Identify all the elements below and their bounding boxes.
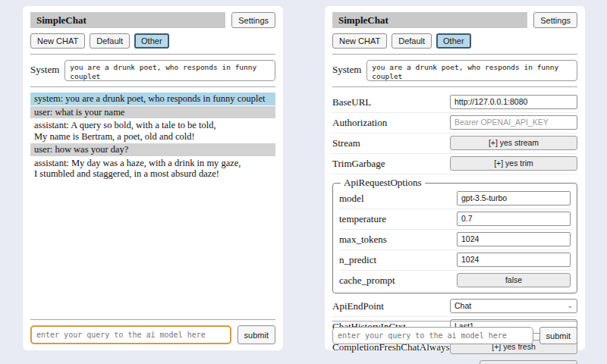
setting-row-max-tokens: max_tokens [339, 230, 571, 250]
chat-message-assistant: assistant: My day was a haze, with a dri… [30, 157, 275, 180]
submit-button[interactable]: submit [539, 327, 577, 344]
query-input[interactable] [332, 327, 533, 344]
api-request-options-fieldset: ApiRequestOptions model temperature max_… [332, 177, 577, 293]
max-tokens-label: max_tokens [339, 234, 387, 246]
settings-panel: SimpleChat Settings New CHAT Default Oth… [325, 6, 585, 350]
app-title: SimpleChat [332, 12, 527, 28]
session-button-default[interactable]: Default [90, 33, 130, 49]
setting-row-api-endpoint: ApiEndPoint Chat ⌄ [332, 297, 577, 317]
completion-insert-standard-role-prefix-label: CompletionInsertStandardRolePrefix [332, 362, 480, 364]
setting-row-completion-insert-standard-role-prefix: CompletionInsertStandardRolePrefix [-] d… [332, 358, 577, 364]
api-endpoint-select[interactable]: Chat ⌄ [450, 299, 577, 313]
temperature-label: temperature [339, 213, 386, 225]
divider [332, 54, 577, 55]
query-footer: submit [332, 315, 577, 344]
api-endpoint-label: ApiEndPoint [332, 300, 384, 312]
system-label: System [30, 60, 59, 76]
query-input[interactable] [30, 325, 231, 344]
cache-prompt-toggle-button[interactable]: false [457, 273, 571, 287]
chat-panel: SimpleChat Settings New CHAT Default Oth… [23, 6, 283, 350]
stream-label: Stream [332, 137, 360, 149]
setting-row-baseurl: BaseURL [332, 93, 577, 113]
system-label: System [332, 60, 361, 76]
baseurl-input[interactable] [450, 95, 577, 109]
setting-row-cache-prompt: cache_prompt false [339, 271, 571, 290]
chat-message-system: system: you are a drunk poet, who respon… [30, 93, 275, 105]
title-bar: SimpleChat Settings [30, 12, 275, 28]
completion-insert-role-prefix-toggle-button[interactable]: [-] dont insert [480, 360, 577, 364]
n-predict-input[interactable] [457, 253, 571, 267]
system-prompt-row: System you are a drunk poet, who respond… [30, 60, 275, 81]
session-toolbar: New CHAT Default Other [332, 33, 577, 49]
authorization-input[interactable] [450, 115, 577, 130]
session-button-other[interactable]: Other [436, 33, 471, 49]
n-predict-label: n_predict [339, 254, 376, 266]
settings-button[interactable]: Settings [231, 12, 275, 28]
new-chat-button[interactable]: New CHAT [30, 33, 85, 49]
setting-row-stream: Stream [+] yes stream [332, 133, 577, 154]
system-prompt-textarea[interactable]: you are a drunk poet, who responds in fu… [366, 60, 577, 81]
title-bar: SimpleChat Settings [332, 12, 577, 28]
stream-toggle-button[interactable]: [+] yes stream [450, 136, 577, 150]
cache-prompt-label: cache_prompt [339, 275, 395, 287]
divider [30, 319, 275, 320]
baseurl-label: BaseURL [332, 96, 371, 108]
divider [332, 321, 577, 322]
trimgarbage-label: TrimGarbage [332, 158, 385, 170]
chat-message-assistant: assistant: A query so bold, with a tale … [30, 119, 275, 143]
chevron-down-icon: ⌄ [567, 303, 573, 309]
setting-row-trimgarbage: TrimGarbage [+] yes trim [332, 154, 577, 174]
session-button-other[interactable]: Other [134, 33, 169, 49]
app-title: SimpleChat [30, 12, 225, 28]
divider [332, 86, 577, 87]
divider [30, 86, 275, 87]
trimgarbage-toggle-button[interactable]: [+] yes trim [450, 156, 577, 171]
settings-button[interactable]: Settings [533, 12, 577, 28]
query-row: submit [30, 325, 275, 344]
system-prompt-textarea[interactable]: you are a drunk poet, who responds in fu… [64, 60, 275, 81]
submit-button[interactable]: submit [237, 325, 275, 344]
chat-message-user: user: what is your name [30, 106, 275, 119]
session-button-default[interactable]: Default [392, 33, 432, 49]
api-endpoint-selected-value: Chat [454, 301, 471, 311]
temperature-input[interactable] [457, 212, 571, 226]
chat-message-list: system: you are a drunk poet, who respon… [30, 93, 275, 180]
model-label: model [339, 193, 364, 205]
api-request-options-legend: ApiRequestOptions [341, 177, 425, 189]
setting-row-authorization: Authorization [332, 113, 577, 133]
divider [30, 54, 275, 55]
session-toolbar: New CHAT Default Other [30, 33, 275, 49]
setting-row-model: model [339, 189, 571, 209]
setting-row-temperature: temperature [339, 209, 571, 230]
max-tokens-input[interactable] [457, 232, 571, 246]
setting-row-n-predict: n_predict [339, 250, 571, 271]
authorization-label: Authorization [332, 117, 387, 129]
new-chat-button[interactable]: New CHAT [332, 33, 387, 49]
query-row: submit [332, 327, 577, 344]
model-input[interactable] [457, 191, 571, 206]
system-prompt-row: System you are a drunk poet, who respond… [332, 60, 577, 81]
query-footer: submit [30, 314, 275, 344]
chat-message-user: user: how was your day? [30, 143, 275, 156]
